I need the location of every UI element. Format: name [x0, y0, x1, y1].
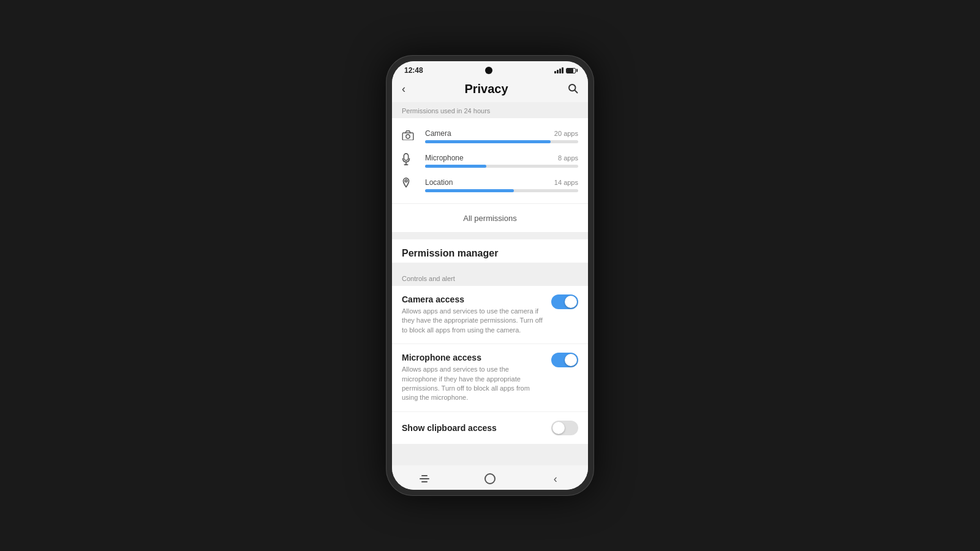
microphone-perm-count: 8 apps: [558, 154, 578, 162]
content-area: Permissions used in 24 hours Camera: [392, 102, 588, 465]
permissions-section-label: Permissions used in 24 hours: [392, 102, 588, 118]
clipboard-access-title: Show clipboard access: [402, 423, 497, 433]
all-permissions-label: All permissions: [463, 214, 516, 223]
camera-access-toggle[interactable]: [551, 294, 578, 309]
permissions-card: Camera 20 apps: [392, 118, 588, 203]
phone-screen: 12:48 ‹ Privacy: [392, 61, 588, 490]
microphone-perm-name: Microphone: [425, 154, 464, 162]
status-icons: [554, 67, 576, 73]
camera-access-desc: Allows apps and services to use the came…: [402, 307, 544, 335]
microphone-access-info: Microphone access Allows apps and servic…: [402, 353, 551, 403]
location-icon: [402, 178, 420, 192]
location-permission-details: Location 14 apps: [420, 178, 578, 192]
clipboard-access-toggle[interactable]: [551, 421, 578, 435]
location-perm-count: 14 apps: [554, 179, 578, 186]
svg-point-7: [405, 180, 407, 182]
camera-toggle-knob: [565, 296, 577, 308]
svg-line-1: [575, 90, 577, 92]
camera-access-info: Camera access Allows apps and services t…: [402, 294, 551, 335]
microphone-permission-details: Microphone 8 apps: [420, 154, 578, 168]
nav-home-button[interactable]: [478, 471, 502, 486]
camera-notch: [485, 67, 492, 74]
camera-permission-details: Camera 20 apps: [420, 129, 578, 143]
signal-icon: [554, 67, 564, 73]
camera-bar-bg: [425, 140, 578, 143]
status-bar: 12:48: [392, 61, 588, 77]
permission-manager-heading: Permission manager: [392, 239, 588, 263]
microphone-access-item[interactable]: Microphone access Allows apps and servic…: [392, 344, 588, 412]
location-perm-name: Location: [425, 178, 453, 187]
clipboard-access-item[interactable]: Show clipboard access: [392, 412, 588, 444]
microphone-access-title: Microphone access: [402, 353, 544, 362]
nav-home-icon: [484, 473, 496, 484]
microphone-toggle-knob: [565, 354, 577, 366]
nav-recents-button[interactable]: [412, 471, 437, 486]
app-header: ‹ Privacy: [392, 77, 588, 102]
battery-icon: [566, 68, 576, 73]
phone-frame: 12:48 ‹ Privacy: [386, 55, 594, 496]
back-button[interactable]: ‹: [402, 83, 405, 96]
nav-back-button[interactable]: ‹: [543, 471, 568, 486]
location-bar-fill: [425, 189, 514, 192]
nav-back-icon: ‹: [554, 473, 557, 485]
camera-permission-row[interactable]: Camera 20 apps: [402, 124, 578, 148]
all-permissions-button[interactable]: All permissions: [392, 204, 588, 232]
camera-access-item[interactable]: Camera access Allows apps and services t…: [392, 286, 588, 344]
microphone-icon: [402, 153, 420, 168]
navigation-bar: ‹: [392, 465, 588, 490]
microphone-access-desc: Allows apps and services to use the micr…: [402, 365, 544, 403]
camera-bar-fill: [425, 140, 551, 143]
controls-label: Controls and alert: [392, 270, 588, 286]
nav-recents-icon: [420, 475, 429, 482]
location-bar-bg: [425, 189, 578, 192]
status-time: 12:48: [404, 66, 423, 75]
location-permission-row[interactable]: Location 14 apps: [402, 173, 578, 197]
svg-rect-2: [402, 133, 413, 140]
microphone-permission-row[interactable]: Microphone 8 apps: [402, 148, 578, 173]
camera-icon: [402, 130, 420, 143]
page-title: Privacy: [464, 82, 508, 96]
camera-access-title: Camera access: [402, 294, 544, 304]
svg-point-3: [406, 134, 410, 138]
search-button[interactable]: [567, 83, 578, 96]
clipboard-toggle-knob: [552, 422, 565, 434]
camera-perm-count: 20 apps: [554, 130, 578, 137]
svg-rect-4: [404, 154, 408, 160]
microphone-access-toggle[interactable]: [551, 353, 578, 367]
section-gap-2: [392, 263, 588, 270]
microphone-bar-bg: [425, 165, 578, 168]
microphone-bar-fill: [425, 165, 486, 168]
section-gap-1: [392, 232, 588, 239]
camera-perm-name: Camera: [425, 129, 451, 138]
